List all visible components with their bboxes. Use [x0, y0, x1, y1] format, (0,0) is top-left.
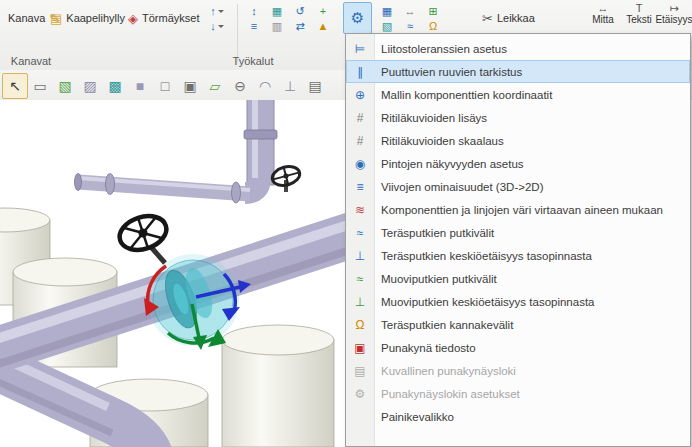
- solid-box-icon: ■: [136, 79, 144, 93]
- box-primitive-teal[interactable]: ▩: [102, 73, 128, 99]
- box-primitive-purple[interactable]: ▨: [77, 73, 103, 99]
- menu-item-komponenttien-koordinaatit[interactable]: ⊕ Mallin komponenttien koordinaatit: [346, 83, 690, 106]
- plastic-pipe-plane-distance-icon: ⊥: [346, 296, 374, 308]
- model-pipe-thin[interactable]: [75, 174, 251, 204]
- hatch-tool-icon[interactable]: ▥: [268, 19, 286, 33]
- flow-color-icon: ≋: [346, 204, 374, 216]
- selection-box-tool[interactable]: ▭: [27, 73, 53, 99]
- sheet-tool[interactable]: ▤: [302, 73, 328, 99]
- clamp-tool-icon[interactable]: Ω: [424, 19, 442, 33]
- redline-file-icon: ▣: [346, 342, 374, 354]
- collision-icon: ◈: [128, 12, 138, 25]
- kaapelihylly-label: Kaapelihylly: [66, 12, 125, 24]
- add-tool-icon[interactable]: +: [314, 4, 332, 18]
- arrow-down-icon: ↓: [210, 20, 216, 32]
- text-icon: T: [636, 2, 643, 14]
- menu-item-kannakevalit[interactable]: Ω Teräsputkien kannakevälit: [346, 313, 690, 336]
- menu-item-muoviputkien-keskioetaisyys[interactable]: ⊥ Muoviputkien keskiöetäisyys tasopinnas…: [346, 290, 690, 313]
- tormaykset-button[interactable]: ◈ Törmäykset: [124, 6, 203, 30]
- model-valve-small[interactable]: [270, 164, 302, 192]
- menu-item-ritilakuvioiden-skaalaus[interactable]: # Ritiläkuvioiden skaalaus: [346, 129, 690, 152]
- pipe-bend-icon: ◠: [259, 79, 271, 93]
- right-mini-row-2: ▧ ≈ Ω: [378, 19, 442, 33]
- panel-tool-icon[interactable]: ▦: [378, 4, 396, 18]
- piping-tools-menu-button[interactable]: ⚙: [343, 2, 372, 34]
- kaapelihylly-button[interactable]: ▤ Kaapelihylly: [46, 6, 129, 30]
- box-primitive-green[interactable]: ▧: [52, 73, 78, 99]
- menu-item-label: Ritiläkuvioiden skaalaus: [374, 135, 504, 147]
- stretch-tool-icon[interactable]: ↔: [401, 4, 419, 18]
- pipe-bend-tool[interactable]: ◠: [252, 73, 278, 99]
- menu-item-viivojen-ominaisuudet[interactable]: ≡ Viivojen ominaisuudet (3D->2D): [346, 175, 690, 198]
- menu-item-label: Punakynäyslokin asetukset: [374, 388, 520, 400]
- measure-icon: ↔: [598, 2, 609, 14]
- marker-tool-icon[interactable]: ▲: [314, 19, 332, 33]
- purple-box-icon: ▨: [83, 79, 96, 93]
- select-tool-icon: ↖: [9, 79, 21, 93]
- menu-item-label: Teräsputkien keskiöetäisyys tasopinnasta: [374, 250, 592, 262]
- group-label-tyokalut: Työkalut: [216, 54, 290, 68]
- menu-item-painikevalikko[interactable]: Painikevalikko: [346, 405, 690, 428]
- etaisyys-label: Etäisyys: [655, 14, 692, 25]
- menu-item-punakyna-tiedosto[interactable]: ▣ Punakynä tiedosto: [346, 336, 690, 359]
- group-label-kanavat: Kanavat: [0, 54, 62, 68]
- chevron-down-icon: [218, 10, 224, 13]
- leikkaa-button[interactable]: ✂ Leikkaa: [478, 6, 539, 30]
- shade-tool-icon[interactable]: ▧: [378, 19, 396, 33]
- arrow-up-icon: ↑: [210, 5, 216, 17]
- menu-item-label: Muoviputkien keskiöetäisyys tasopinnasta: [374, 296, 595, 308]
- menu-item-label: Mallin komponenttien koordinaatit: [374, 89, 552, 101]
- menu-item-label: Puuttuvien ruuvien tarkistus: [374, 66, 522, 78]
- menu-item-liitostoleranssit[interactable]: ⊨ Liitostoleranssien asetus: [346, 37, 690, 60]
- menu-item-label: Painikevalikko: [374, 411, 454, 423]
- plastic-pipe-spacing-icon: ≈: [346, 273, 374, 285]
- menu-item-punakynalokin-asetukset: ⚙ Punakynäyslokin asetukset: [346, 382, 690, 405]
- teksti-label: Teksti: [626, 14, 652, 25]
- insert-tool-icon[interactable]: ⊞: [424, 4, 442, 18]
- leikkaa-label: Leikkaa: [497, 12, 535, 24]
- grid-pattern-add-icon: #: [346, 112, 374, 124]
- duct-tool-icon[interactable]: ↕: [245, 4, 263, 18]
- teksti-button[interactable]: T Teksti: [622, 2, 656, 30]
- solid-box-tool[interactable]: ■: [127, 73, 153, 99]
- wire-box-icon: □: [161, 79, 169, 93]
- move-down-button[interactable]: ↓: [204, 19, 230, 33]
- joint-tolerance-icon: ⊨: [346, 43, 374, 55]
- menu-item-ritilakuvioiden-lisays[interactable]: # Ritiläkuvioiden lisäys: [346, 106, 690, 129]
- swap-tool-icon[interactable]: ⇄: [291, 19, 309, 33]
- menu-item-terasputkien-keskioetaisyys[interactable]: ⊥ Teräsputkien keskiöetäisyys tasopinnas…: [346, 244, 690, 267]
- steel-pipe-plane-distance-icon: ⊥: [346, 250, 374, 262]
- box-face-tool[interactable]: ▣: [177, 73, 203, 99]
- menu-item-pintojen-nakyvyys[interactable]: ◉ Pintojen näkyvyyden asetus: [346, 152, 690, 175]
- pipe-tee-icon: ⊥: [284, 79, 296, 93]
- right-mini-row-1: ▦ ↔ ⊞: [378, 4, 442, 18]
- menu-item-puuttuvat-ruuvit[interactable]: ∥ Puuttuvien ruuvien tarkistus: [346, 60, 690, 83]
- menu-item-label: Teräsputkien putkivälit: [374, 227, 494, 239]
- list-tool-icon[interactable]: ≡: [245, 19, 263, 33]
- move-up-button[interactable]: ↑: [204, 4, 230, 18]
- menu-item-muoviputkien-putkivalit[interactable]: ≈ Muoviputkien putkivälit: [346, 267, 690, 290]
- cylinder-tool[interactable]: ⊖: [227, 73, 253, 99]
- steel-pipe-spacing-icon: ≈: [346, 227, 374, 239]
- pipe-support-spacing-icon: Ω: [346, 319, 374, 331]
- menu-item-label: Liitostoleranssien asetus: [374, 43, 507, 55]
- rotate-tool-icon[interactable]: ↺: [291, 4, 309, 18]
- wire-box-tool[interactable]: □: [152, 73, 178, 99]
- selection-box-icon: ▭: [33, 79, 46, 93]
- etaisyys-button[interactable]: ↦ Etäisyys: [654, 2, 692, 30]
- model-valve-handwheel[interactable]: [115, 210, 171, 263]
- menu-item-terasputkien-putkivalit[interactable]: ≈ Teräsputkien putkivälit: [346, 221, 690, 244]
- grid-tool-icon[interactable]: ▦: [268, 4, 286, 18]
- plane-icon: ▱: [210, 79, 221, 93]
- plane-tool[interactable]: ▱: [202, 73, 228, 99]
- mitta-label: Mitta: [592, 14, 614, 25]
- menu-item-label: Ritiläkuvioiden lisäys: [374, 112, 487, 124]
- select-tool[interactable]: ↖: [2, 73, 28, 99]
- menu-item-kuvallinen-punakynaloki: ▤ Kuvallinen punakynäysloki: [346, 359, 690, 382]
- pipe-tee-tool[interactable]: ⊥: [277, 73, 303, 99]
- menu-item-label: Kuvallinen punakynäysloki: [374, 365, 516, 377]
- mitta-button[interactable]: ↔ Mitta: [586, 2, 620, 30]
- menu-item-label: Teräsputkien kannakevälit: [374, 319, 513, 331]
- pipe-tool-icon[interactable]: ≈: [401, 19, 419, 33]
- menu-item-virtausvari[interactable]: ≋ Komponenttien ja linjojen väri virtaav…: [346, 198, 690, 221]
